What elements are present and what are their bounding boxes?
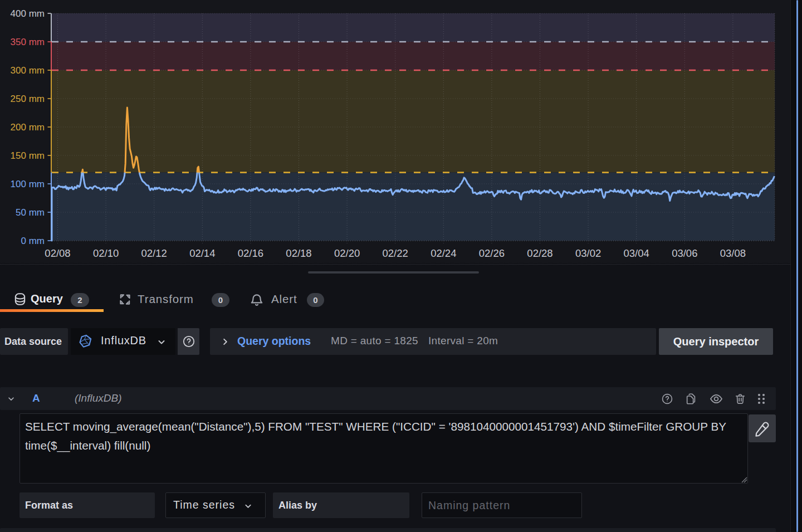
svg-text:02/18: 02/18 — [286, 247, 311, 259]
svg-text:03/02: 03/02 — [575, 247, 601, 259]
svg-text:0 mm: 0 mm — [21, 236, 45, 246]
svg-text:02/20: 02/20 — [334, 247, 360, 259]
svg-text:02/26: 02/26 — [479, 247, 505, 259]
svg-text:02/14: 02/14 — [189, 247, 215, 259]
svg-text:02/10: 02/10 — [93, 247, 119, 259]
svg-text:400 mm: 400 mm — [11, 8, 45, 19]
svg-text:350 mm: 350 mm — [11, 37, 45, 47]
svg-text:02/16: 02/16 — [238, 247, 263, 259]
svg-text:200 mm: 200 mm — [11, 122, 45, 133]
svg-text:02/08: 02/08 — [45, 247, 70, 259]
svg-text:250 mm: 250 mm — [11, 94, 45, 104]
svg-text:02/12: 02/12 — [141, 247, 167, 259]
svg-text:03/04: 03/04 — [624, 247, 649, 259]
svg-text:150 mm: 150 mm — [11, 150, 45, 161]
svg-text:02/22: 02/22 — [383, 247, 408, 259]
svg-text:03/06: 03/06 — [672, 247, 697, 259]
svg-text:03/08: 03/08 — [720, 247, 746, 259]
svg-text:02/28: 02/28 — [527, 247, 552, 259]
svg-text:300 mm: 300 mm — [11, 65, 45, 76]
svg-text:02/24: 02/24 — [431, 247, 456, 259]
svg-text:100 mm: 100 mm — [11, 179, 45, 189]
svg-text:50 mm: 50 mm — [16, 207, 45, 218]
